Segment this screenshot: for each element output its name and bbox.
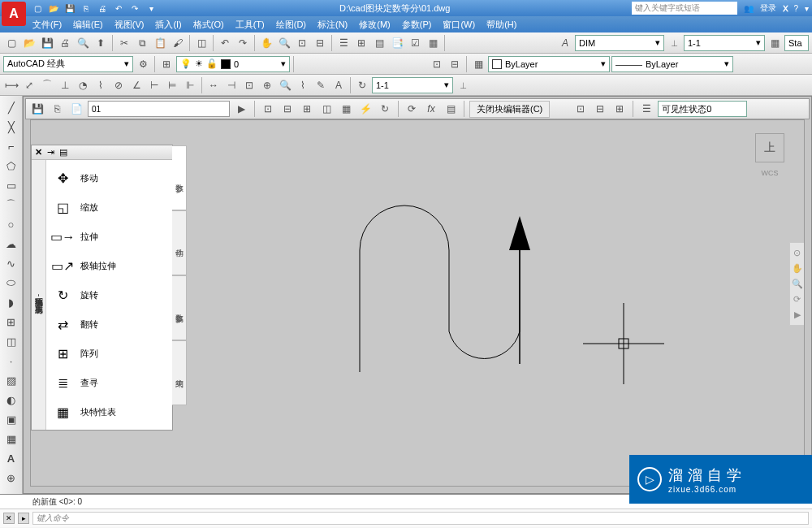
inspect-button[interactable]: 🔍	[277, 77, 293, 93]
dim-space-button[interactable]: ↔	[205, 77, 222, 93]
plot-icon[interactable]: 🖨	[96, 2, 109, 15]
tablestyle-dropdown[interactable]: Sta	[784, 35, 809, 51]
match-button[interactable]: 🖌	[170, 35, 186, 51]
action-flip[interactable]: ⇄翻转	[46, 309, 172, 339]
save-button[interactable]: 💾	[39, 35, 55, 51]
preview-button[interactable]: 🔍	[75, 35, 91, 51]
zoom-window-button[interactable]: ⊡	[294, 35, 310, 51]
action-scale[interactable]: ◱缩放	[46, 193, 172, 222]
tablestyle-button[interactable]: ▦	[767, 35, 783, 51]
action-polar-stretch[interactable]: ▭↗极轴拉伸	[46, 251, 172, 280]
polyline-button[interactable]: ⌐	[3, 138, 19, 154]
action-rotate[interactable]: ↻旋转	[46, 280, 172, 309]
dimstyle-button[interactable]: ⟂	[666, 35, 682, 51]
gradient-button[interactable]: ◐	[3, 392, 19, 408]
mtext-button[interactable]: A	[3, 450, 19, 466]
copy-button[interactable]: ⧉	[134, 35, 150, 51]
bparam-button[interactable]: ⊞	[299, 101, 315, 117]
dim-jogged-button[interactable]: ⌇	[93, 77, 109, 93]
action-move[interactable]: ✥移动	[46, 163, 172, 193]
tab-constraints[interactable]: 约束	[172, 340, 187, 405]
bfx-button[interactable]: fx	[423, 101, 439, 117]
btable-button[interactable]: ▦	[338, 101, 354, 117]
open-button[interactable]: 📂	[21, 35, 37, 51]
block-authoring-palette[interactable]: ✕ ⇥ ▤ 块编写选项版 - 所有选项版 ✥移动 ◱缩放 ▭→拉伸 ▭↗极轴拉伸…	[31, 145, 173, 431]
sheetset-button[interactable]: 📑	[389, 35, 405, 51]
menu-param[interactable]: 参数(P)	[402, 19, 432, 31]
menu-draw[interactable]: 绘图(D)	[276, 19, 306, 31]
tab-actions[interactable]: 动作	[172, 210, 187, 275]
new-icon[interactable]: ▢	[31, 2, 44, 15]
bconst-button[interactable]: ⊟	[279, 101, 296, 117]
makeblock-button[interactable]: ◫	[3, 333, 19, 349]
layerstate-button[interactable]: ⊡	[429, 56, 445, 72]
wcs-label[interactable]: WCS	[745, 169, 794, 177]
props-icon[interactable]: ▤	[59, 147, 67, 158]
menu-insert[interactable]: 插入(I)	[155, 19, 181, 31]
xline-button[interactable]: ╳	[3, 119, 19, 135]
zoom-prev-button[interactable]: ⊟	[312, 35, 328, 51]
paste-button[interactable]: 📋	[152, 35, 168, 51]
tab-parameters[interactable]: 参数	[172, 145, 187, 210]
saveas-icon[interactable]: ⎘	[80, 2, 93, 15]
centermark-button[interactable]: ⊕	[259, 77, 275, 93]
menu-help[interactable]: 帮助(H)	[486, 19, 516, 31]
block-button[interactable]: ◫	[193, 35, 209, 51]
app-logo[interactable]: A	[2, 2, 26, 26]
tab-paramsets[interactable]: 参数集	[172, 275, 187, 340]
markup-button[interactable]: ☑	[407, 35, 423, 51]
hatch-button[interactable]: ▨	[3, 372, 19, 388]
tolerance-button[interactable]: ⊡	[241, 77, 257, 93]
menu-view[interactable]: 视图(V)	[114, 19, 145, 31]
search-input[interactable]: 键入关键字或短语	[632, 2, 737, 15]
new-button[interactable]: ▢	[3, 35, 19, 51]
menu-window[interactable]: 窗口(W)	[443, 19, 475, 31]
action-array[interactable]: ⊞阵列	[46, 339, 172, 368]
layer-dropdown[interactable]: 💡 ☀ 🔓 0 ▾	[176, 56, 290, 72]
circle-button[interactable]: ○	[3, 216, 19, 232]
zoom-icon[interactable]: 🔍	[792, 279, 803, 289]
save-icon[interactable]: 💾	[63, 2, 76, 15]
rectangle-button[interactable]: ▭	[3, 177, 19, 193]
btest-button[interactable]: ▶	[233, 101, 249, 117]
menu-format[interactable]: 格式(O)	[193, 19, 224, 31]
infocenter-icon[interactable]: 👥	[744, 4, 754, 13]
linetype-dropdown[interactable]: ———ByLayer▾	[611, 56, 733, 72]
polygon-button[interactable]: ⬠	[3, 158, 19, 174]
dim-diameter-button[interactable]: ⊘	[110, 77, 127, 93]
line-button[interactable]: ╱	[3, 99, 19, 115]
command-input[interactable]: 键入命令	[32, 512, 809, 525]
view-cube[interactable]: 上 WCS	[745, 127, 794, 192]
redo-icon[interactable]: ↷	[128, 2, 141, 15]
dim-continue-button[interactable]: ⊩	[182, 77, 198, 93]
undo-button[interactable]: ↶	[217, 35, 233, 51]
arc-button[interactable]: ⌒	[3, 197, 19, 213]
drawing-area[interactable]: 💾 ⎘ 📄 ▶ ⊡ ⊟ ⊞ ◫ ▦ ⚡ ↻ ⟳ fx ▤ 关闭块编辑器(C) ⊡…	[23, 96, 812, 494]
jogline-button[interactable]: ⌇	[295, 77, 311, 93]
region-button[interactable]: ▣	[3, 411, 19, 427]
signin-button[interactable]: 登录	[760, 2, 776, 14]
showmotion-icon[interactable]: ▶	[794, 309, 801, 320]
dimedit-button[interactable]: ✎	[313, 77, 329, 93]
action-lookup[interactable]: ≣查寻	[46, 368, 172, 397]
bupdate-button[interactable]: ↻	[377, 101, 393, 117]
close-block-editor-button[interactable]: 关闭块编辑器(C)	[469, 101, 550, 118]
textstyle-button[interactable]: A	[557, 35, 573, 51]
dim-radius-button[interactable]: ◔	[75, 77, 91, 93]
bvis-button[interactable]: ⊡	[572, 101, 589, 117]
dim-break-button[interactable]: ⊣	[223, 77, 240, 93]
publish-button[interactable]: ⬆	[93, 35, 109, 51]
fullnav-icon[interactable]: ⊙	[793, 248, 801, 258]
addselected-button[interactable]: ⊕	[3, 470, 19, 486]
workspace-dropdown[interactable]: AutoCAD 经典▾	[3, 56, 133, 72]
canvas[interactable]: 上 WCS ⊙ ✋ 🔍 ⟳ ▶ ✕ ⇥ ▤ 块编写选项版 - 所有选项版	[30, 119, 805, 487]
dim-baseline-button[interactable]: ⊨	[164, 77, 180, 93]
dimstyle-update-button[interactable]: ⟂	[455, 77, 471, 93]
color-button[interactable]: ▦	[470, 56, 486, 72]
toolpalettes-button[interactable]: ▤	[371, 35, 387, 51]
dimstyle-dropdown[interactable]: 1-1▾	[684, 35, 765, 51]
dim-ordinate-button[interactable]: ⊥	[57, 77, 73, 93]
ellipsearc-button[interactable]: ◗	[3, 294, 19, 310]
dim-angular-button[interactable]: ∠	[128, 77, 145, 93]
ellipse-button[interactable]: ⬭	[3, 275, 19, 291]
